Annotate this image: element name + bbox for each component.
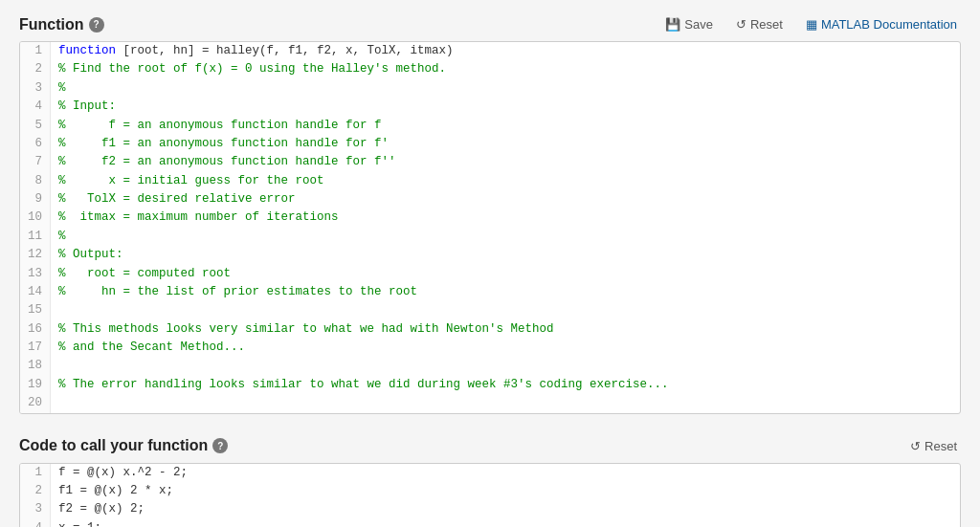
table-row: 18 — [20, 357, 960, 375]
matlab-docs-button[interactable]: ▦ MATLAB Documentation — [802, 15, 961, 33]
line-number: 3 — [20, 500, 51, 518]
line-number: 6 — [20, 135, 51, 153]
line-content: % The error handling looks similar to wh… — [51, 376, 960, 394]
function-reset-label: Reset — [750, 17, 783, 32]
function-title: Function — [19, 16, 84, 33]
table-row: 8% x = initial guess for the root — [20, 172, 960, 190]
table-row: 3f2 = @(x) 2; — [20, 500, 960, 518]
line-number: 2 — [20, 482, 51, 500]
function-reset-button[interactable]: ↺ Reset — [732, 15, 787, 33]
line-number: 15 — [20, 301, 51, 319]
line-number: 2 — [20, 60, 51, 78]
line-content — [51, 357, 960, 375]
line-content: % and the Secant Method... — [51, 339, 960, 357]
table-row: 10% itmax = maximum number of iterations — [20, 209, 960, 227]
line-content: % itmax = maximum number of iterations — [51, 209, 960, 227]
line-content: % x = initial guess for the root — [51, 172, 960, 190]
table-row: 1function [root, hn] = halley(f, f1, f2,… — [20, 42, 960, 60]
matlab-docs-label: MATLAB Documentation — [821, 17, 957, 32]
caller-title: Code to call your function — [19, 437, 208, 454]
page-wrapper: Function ? 💾 Save ↺ Reset ▦ MATLAB Docum… — [0, 0, 980, 527]
function-title-group: Function ? — [19, 16, 104, 33]
table-row: 6% f1 = an anonymous function handle for… — [20, 135, 960, 153]
table-row: 1f = @(x) x.^2 - 2; — [20, 464, 960, 482]
save-button[interactable]: 💾 Save — [661, 15, 717, 33]
line-number: 3 — [20, 79, 51, 98]
table-row: 4x = 1; — [20, 519, 960, 527]
line-content: % — [51, 79, 960, 98]
function-help-icon[interactable]: ? — [89, 17, 104, 33]
save-icon: 💾 — [665, 17, 680, 32]
table-row: 17% and the Secant Method... — [20, 339, 960, 357]
table-row: 2% Find the root of f(x) = 0 using the H… — [20, 60, 960, 78]
line-content: % f = an anonymous function handle for f — [51, 117, 960, 135]
line-number: 9 — [20, 190, 51, 209]
line-number: 11 — [20, 228, 51, 246]
line-number: 10 — [20, 209, 51, 227]
table-row: 4% Input: — [20, 98, 960, 116]
line-number: 1 — [20, 464, 51, 482]
line-number: 20 — [20, 394, 51, 412]
caller-header-actions: ↺ Reset — [906, 437, 961, 455]
table-row: 19% The error handling looks similar to … — [20, 376, 960, 394]
line-number: 13 — [20, 265, 51, 283]
function-code-editor[interactable]: 1function [root, hn] = halley(f, f1, f2,… — [19, 41, 961, 414]
reset-icon: ↺ — [736, 17, 746, 32]
line-number: 12 — [20, 246, 51, 264]
line-number: 4 — [20, 98, 51, 116]
table-row: 11% — [20, 228, 960, 246]
line-content — [51, 394, 960, 412]
line-number: 14 — [20, 283, 51, 301]
line-number: 16 — [20, 320, 51, 339]
caller-code-editor[interactable]: 1f = @(x) x.^2 - 2;2f1 = @(x) 2 * x;3f2 … — [19, 463, 961, 528]
line-number: 18 — [20, 357, 51, 375]
table-row: 3% — [20, 79, 960, 98]
caller-section-header: Code to call your function ? ↺ Reset — [19, 437, 961, 455]
line-content: % TolX = desired relative error — [51, 190, 960, 209]
table-row: 9% TolX = desired relative error — [20, 190, 960, 209]
table-row: 12% Output: — [20, 246, 960, 264]
line-content: % f1 = an anonymous function handle for … — [51, 135, 960, 153]
table-row: 13% root = computed root — [20, 265, 960, 283]
line-content: % This methods looks very similar to wha… — [51, 320, 960, 339]
function-section-header: Function ? 💾 Save ↺ Reset ▦ MATLAB Docum… — [19, 15, 961, 33]
line-number: 5 — [20, 117, 51, 135]
line-number: 17 — [20, 339, 51, 357]
line-content: % f2 = an anonymous function handle for … — [51, 153, 960, 171]
table-row: 2f1 = @(x) 2 * x; — [20, 482, 960, 500]
save-label: Save — [684, 17, 713, 32]
table-row: 7% f2 = an anonymous function handle for… — [20, 153, 960, 171]
line-number: 19 — [20, 376, 51, 394]
line-content: % Output: — [51, 246, 960, 264]
caller-reset-button[interactable]: ↺ Reset — [906, 437, 961, 455]
table-row: 16% This methods looks very similar to w… — [20, 320, 960, 339]
function-code-lines: 1function [root, hn] = halley(f, f1, f2,… — [20, 42, 960, 413]
line-content: f1 = @(x) 2 * x; — [51, 482, 960, 500]
line-number: 4 — [20, 519, 51, 527]
table-row: 20 — [20, 394, 960, 412]
line-number: 1 — [20, 42, 51, 60]
line-content: x = 1; — [51, 519, 960, 527]
line-content: % Find the root of f(x) = 0 using the Ha… — [51, 60, 960, 78]
line-content: f = @(x) x.^2 - 2; — [51, 464, 960, 482]
caller-title-group: Code to call your function ? — [19, 437, 228, 454]
function-header-actions: 💾 Save ↺ Reset ▦ MATLAB Documentation — [661, 15, 961, 33]
line-content: % root = computed root — [51, 265, 960, 283]
caller-code-lines: 1f = @(x) x.^2 - 2;2f1 = @(x) 2 * x;3f2 … — [20, 464, 960, 528]
line-content: function [root, hn] = halley(f, f1, f2, … — [51, 42, 960, 60]
line-content — [51, 301, 960, 319]
line-content: % Input: — [51, 98, 960, 116]
caller-help-icon[interactable]: ? — [212, 438, 228, 453]
table-row: 5% f = an anonymous function handle for … — [20, 117, 960, 135]
matlab-icon: ▦ — [806, 17, 817, 32]
caller-reset-label: Reset — [924, 439, 957, 453]
caller-reset-icon: ↺ — [910, 439, 921, 453]
line-content: % hn = the list of prior estimates to th… — [51, 283, 960, 301]
line-number: 8 — [20, 172, 51, 190]
line-content: f2 = @(x) 2; — [51, 500, 960, 518]
line-number: 7 — [20, 153, 51, 171]
table-row: 15 — [20, 301, 960, 319]
line-content: % — [51, 228, 960, 246]
table-row: 14% hn = the list of prior estimates to … — [20, 283, 960, 301]
